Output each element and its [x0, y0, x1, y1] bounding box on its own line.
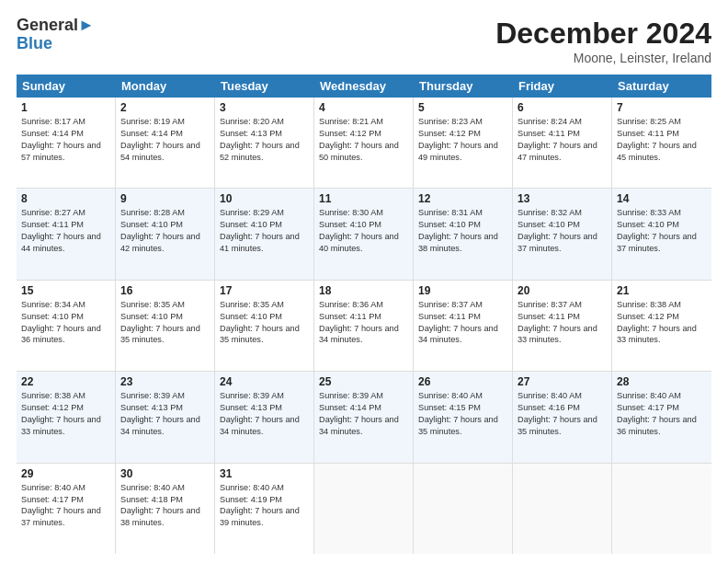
day-number: 13 [518, 192, 607, 205]
week-row-3: 15 Sunrise: 8:34 AM Sunset: 4:10 PM Dayl… [17, 281, 711, 372]
logo: General► Blue [17, 17, 95, 53]
day-cell-12: 12 Sunrise: 8:31 AM Sunset: 4:10 PM Dayl… [414, 189, 513, 279]
sunset-text: Sunset: 4:14 PM [120, 128, 210, 140]
sunset-text: Sunset: 4:15 PM [418, 402, 507, 414]
sunset-text: Sunset: 4:14 PM [319, 402, 408, 414]
daylight-text: Daylight: 7 hours and 47 minutes. [518, 140, 607, 164]
sunrise-text: Sunrise: 8:31 AM [418, 207, 507, 219]
week-row-4: 22 Sunrise: 8:38 AM Sunset: 4:12 PM Dayl… [17, 372, 711, 463]
day-number: 22 [21, 375, 110, 388]
day-cell-29: 29 Sunrise: 8:40 AM Sunset: 4:17 PM Dayl… [17, 464, 116, 554]
day-cell-1: 1 Sunrise: 8:17 AM Sunset: 4:14 PM Dayli… [17, 98, 116, 188]
day-number: 18 [319, 284, 408, 297]
sunrise-text: Sunrise: 8:40 AM [21, 482, 110, 494]
day-cell-4: 4 Sunrise: 8:21 AM Sunset: 4:12 PM Dayli… [314, 98, 414, 188]
daylight-text: Daylight: 7 hours and 35 minutes. [220, 323, 309, 347]
daylight-text: Daylight: 7 hours and 45 minutes. [617, 140, 707, 164]
day-cell-25: 25 Sunrise: 8:39 AM Sunset: 4:14 PM Dayl… [314, 372, 414, 462]
title-area: December 2024 Moone, Leinster, Ireland [495, 17, 711, 65]
sunset-text: Sunset: 4:10 PM [21, 311, 110, 323]
day-number: 1 [21, 101, 110, 114]
day-cell-3: 3 Sunrise: 8:20 AM Sunset: 4:13 PM Dayli… [215, 98, 314, 188]
sunrise-text: Sunrise: 8:19 AM [120, 116, 210, 128]
sunset-text: Sunset: 4:14 PM [21, 128, 110, 140]
day-number: 7 [617, 101, 707, 114]
sunset-text: Sunset: 4:10 PM [220, 311, 309, 323]
daylight-text: Daylight: 7 hours and 36 minutes. [21, 323, 110, 347]
sunset-text: Sunset: 4:12 PM [21, 402, 110, 414]
sunset-text: Sunset: 4:11 PM [617, 128, 707, 140]
sunrise-text: Sunrise: 8:39 AM [220, 390, 309, 402]
sunset-text: Sunset: 4:11 PM [418, 311, 507, 323]
day-cell-6: 6 Sunrise: 8:24 AM Sunset: 4:11 PM Dayli… [513, 98, 612, 188]
sunset-text: Sunset: 4:11 PM [518, 128, 607, 140]
day-cell-15: 15 Sunrise: 8:34 AM Sunset: 4:10 PM Dayl… [17, 281, 116, 371]
daylight-text: Daylight: 7 hours and 36 minutes. [617, 414, 707, 438]
sunrise-text: Sunrise: 8:17 AM [21, 116, 110, 128]
daylight-text: Daylight: 7 hours and 50 minutes. [319, 140, 408, 164]
day-number: 30 [120, 467, 210, 480]
day-cell-31: 31 Sunrise: 8:40 AM Sunset: 4:19 PM Dayl… [215, 464, 314, 554]
day-number: 5 [418, 101, 507, 114]
month-title: December 2024 [495, 17, 711, 51]
empty-cell [612, 464, 711, 554]
sunset-text: Sunset: 4:10 PM [617, 219, 707, 231]
sunset-text: Sunset: 4:10 PM [418, 219, 507, 231]
sunrise-text: Sunrise: 8:37 AM [518, 299, 607, 311]
daylight-text: Daylight: 7 hours and 35 minutes. [418, 414, 507, 438]
calendar: Sunday Monday Tuesday Wednesday Thursday… [17, 75, 711, 554]
header-sunday: Sunday [17, 75, 116, 98]
day-number: 26 [418, 375, 507, 388]
sunset-text: Sunset: 4:10 PM [120, 219, 210, 231]
empty-cell [314, 464, 414, 554]
week-row-5: 29 Sunrise: 8:40 AM Sunset: 4:17 PM Dayl… [17, 464, 711, 554]
day-number: 12 [418, 192, 507, 205]
sunset-text: Sunset: 4:11 PM [319, 311, 408, 323]
sunrise-text: Sunrise: 8:38 AM [617, 299, 707, 311]
day-cell-7: 7 Sunrise: 8:25 AM Sunset: 4:11 PM Dayli… [612, 98, 711, 188]
day-number: 20 [518, 284, 607, 297]
daylight-text: Daylight: 7 hours and 33 minutes. [518, 323, 607, 347]
logo-line2: Blue [17, 35, 95, 53]
header-wednesday: Wednesday [314, 75, 414, 98]
sunrise-text: Sunrise: 8:40 AM [518, 390, 607, 402]
sunset-text: Sunset: 4:17 PM [617, 402, 707, 414]
daylight-text: Daylight: 7 hours and 33 minutes. [617, 323, 707, 347]
sunset-text: Sunset: 4:13 PM [220, 128, 309, 140]
sunset-text: Sunset: 4:12 PM [319, 128, 408, 140]
sunset-text: Sunset: 4:13 PM [220, 402, 309, 414]
day-cell-19: 19 Sunrise: 8:37 AM Sunset: 4:11 PM Dayl… [414, 281, 513, 371]
day-number: 28 [617, 375, 707, 388]
sunrise-text: Sunrise: 8:40 AM [220, 482, 309, 494]
empty-cell [513, 464, 612, 554]
sunrise-text: Sunrise: 8:29 AM [220, 207, 309, 219]
daylight-text: Daylight: 7 hours and 33 minutes. [21, 414, 110, 438]
page: General► Blue December 2024 Moone, Leins… [0, 0, 728, 563]
day-cell-18: 18 Sunrise: 8:36 AM Sunset: 4:11 PM Dayl… [314, 281, 414, 371]
day-cell-11: 11 Sunrise: 8:30 AM Sunset: 4:10 PM Dayl… [314, 189, 414, 279]
day-cell-27: 27 Sunrise: 8:40 AM Sunset: 4:16 PM Dayl… [513, 372, 612, 462]
sunset-text: Sunset: 4:10 PM [120, 311, 210, 323]
daylight-text: Daylight: 7 hours and 34 minutes. [319, 323, 408, 347]
daylight-text: Daylight: 7 hours and 39 minutes. [220, 505, 309, 529]
day-number: 8 [21, 192, 110, 205]
daylight-text: Daylight: 7 hours and 34 minutes. [319, 414, 408, 438]
sunset-text: Sunset: 4:10 PM [319, 219, 408, 231]
day-number: 15 [21, 284, 110, 297]
sunrise-text: Sunrise: 8:25 AM [617, 116, 707, 128]
sunrise-text: Sunrise: 8:30 AM [319, 207, 408, 219]
sunset-text: Sunset: 4:19 PM [220, 494, 309, 506]
sunset-text: Sunset: 4:12 PM [617, 311, 707, 323]
sunrise-text: Sunrise: 8:39 AM [319, 390, 408, 402]
day-number: 16 [120, 284, 210, 297]
day-number: 31 [220, 467, 309, 480]
sunrise-text: Sunrise: 8:33 AM [617, 207, 707, 219]
week-row-1: 1 Sunrise: 8:17 AM Sunset: 4:14 PM Dayli… [17, 98, 711, 189]
daylight-text: Daylight: 7 hours and 52 minutes. [220, 140, 309, 164]
day-cell-24: 24 Sunrise: 8:39 AM Sunset: 4:13 PM Dayl… [215, 372, 314, 462]
sunset-text: Sunset: 4:10 PM [518, 219, 607, 231]
sunset-text: Sunset: 4:18 PM [120, 494, 210, 506]
day-cell-26: 26 Sunrise: 8:40 AM Sunset: 4:15 PM Dayl… [414, 372, 513, 462]
day-number: 25 [319, 375, 408, 388]
day-number: 3 [220, 101, 309, 114]
